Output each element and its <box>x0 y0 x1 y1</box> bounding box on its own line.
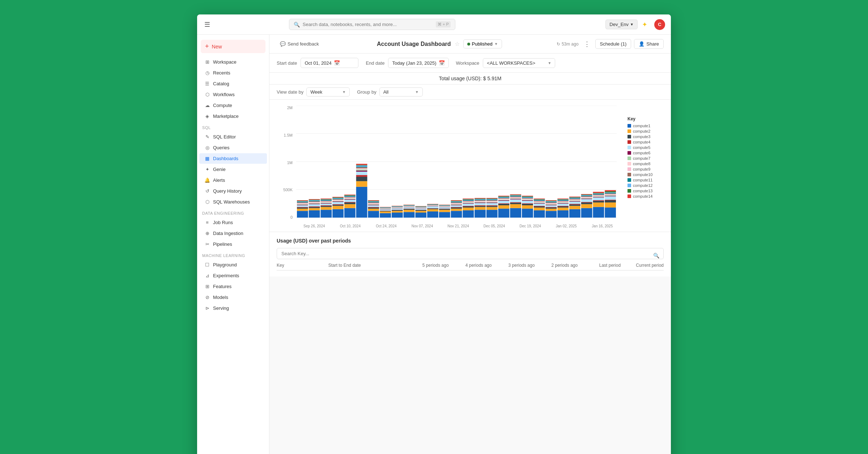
legend-label-compute13: compute13 <box>633 189 652 193</box>
svg-rect-100 <box>368 201 379 202</box>
sidebar-item-workflows[interactable]: ⬡ Workflows <box>199 89 267 100</box>
x-labels-container: Sep 26, 2024Oct 10, 2024Oct 24, 2024Nov … <box>296 224 620 228</box>
svg-rect-15 <box>297 202 308 203</box>
sidebar-item-experiments[interactable]: ⊿ Experiments <box>199 270 267 281</box>
sidebar-item-catalog[interactable]: ☰ Catalog <box>199 78 267 89</box>
content-area: 💬 Send feedback Account Usage Dashboard … <box>269 35 671 454</box>
svg-rect-75 <box>356 187 367 218</box>
usage-table-section: Usage (USD) over past periods 🔍 Key Star… <box>269 232 671 277</box>
start-date-group: Start date Oct 01, 2024 📅 <box>277 58 358 68</box>
svg-rect-26 <box>309 202 320 203</box>
sidebar-item-playground[interactable]: ☐ Playground <box>199 260 267 270</box>
star-button[interactable]: ☆ <box>455 40 460 47</box>
svg-rect-187 <box>451 211 462 218</box>
svg-rect-316 <box>557 206 569 206</box>
svg-rect-324 <box>557 200 569 200</box>
svg-rect-38 <box>320 203 332 204</box>
workspace-filter-label: Workspace <box>456 60 480 66</box>
svg-rect-335 <box>569 200 580 200</box>
start-date-picker[interactable]: Oct 01, 2024 📅 <box>301 58 358 68</box>
svg-rect-357 <box>593 201 604 203</box>
schedule-button[interactable]: Schedule (1) <box>595 39 631 49</box>
view-date-select[interactable]: Week ▼ <box>306 87 350 97</box>
search-table-icon: 🔍 <box>653 253 659 258</box>
playground-icon: ☐ <box>204 262 210 267</box>
svg-rect-119 <box>392 210 403 211</box>
new-button[interactable]: + New <box>201 40 265 53</box>
svg-rect-126 <box>392 207 403 207</box>
legend-color-compute1 <box>627 124 631 128</box>
sql-section-label: SQL <box>197 122 269 131</box>
hamburger-icon[interactable]: ☰ <box>203 19 212 30</box>
search-input[interactable] <box>303 22 433 27</box>
sidebar-item-queries[interactable]: ◎ Queries <box>199 142 267 153</box>
svg-rect-366 <box>593 193 604 194</box>
svg-rect-97 <box>368 203 379 204</box>
sidebar-item-serving[interactable]: ⊳ Serving <box>199 303 267 313</box>
sidebar-item-marketplace[interactable]: ◈ Marketplace <box>199 111 267 121</box>
svg-rect-88 <box>356 164 367 165</box>
sidebar-item-genie[interactable]: ✦ Genie <box>199 164 267 175</box>
svg-rect-84 <box>356 167 367 168</box>
svg-rect-331 <box>569 202 580 204</box>
sidebar-item-job-runs[interactable]: ≡ Job Runs <box>199 217 267 228</box>
sidebar-item-alerts[interactable]: 🔔 Alerts <box>199 175 267 185</box>
end-date-label: End date <box>366 60 384 66</box>
svg-rect-109 <box>380 209 391 209</box>
feedback-icon: 💬 <box>280 41 286 47</box>
svg-rect-142 <box>404 205 415 206</box>
svg-rect-323 <box>557 200 569 201</box>
sidebar-item-recents[interactable]: ◷ Recents <box>199 68 267 78</box>
favorites-icon[interactable]: ✦ <box>642 21 650 29</box>
legend-item-compute12: compute12 <box>627 183 664 188</box>
sidebar-item-dashboards[interactable]: ▦ Dashboards <box>199 153 267 164</box>
share-button[interactable]: 👤 Share <box>634 39 664 49</box>
workspace-filter-picker[interactable]: <ALL WORKSPACES> ▼ <box>483 58 555 68</box>
group-by-select[interactable]: All ▼ <box>379 87 423 97</box>
more-options-button[interactable]: ⋮ <box>582 39 592 49</box>
sidebar-label-alerts: Alerts <box>213 177 225 183</box>
svg-rect-172 <box>427 204 438 204</box>
sidebar-item-data-ingestion[interactable]: ⊕ Data Ingestion <box>199 228 267 239</box>
svg-rect-53 <box>332 201 344 202</box>
sidebar-item-query-history[interactable]: ↺ Query History <box>199 186 267 196</box>
svg-rect-333 <box>569 201 580 201</box>
svg-rect-355 <box>593 207 604 218</box>
svg-rect-59 <box>332 197 344 198</box>
sidebar-item-workspace[interactable]: ⊞ Workspace <box>199 57 267 67</box>
svg-rect-140 <box>404 206 415 206</box>
svg-rect-212 <box>463 200 474 200</box>
sidebar-item-features[interactable]: ⊞ Features <box>199 281 267 292</box>
svg-rect-214 <box>463 198 474 199</box>
legend-label-compute2: compute2 <box>633 129 650 133</box>
search-table-input[interactable] <box>277 248 664 259</box>
view-date-chevron-icon: ▼ <box>342 90 346 94</box>
sidebar-item-sql-editor[interactable]: ✎ SQL Editor <box>199 132 267 142</box>
sidebar-item-sql-warehouses[interactable]: ⬡ SQL Warehouses <box>199 197 267 207</box>
feedback-button[interactable]: 💬 Send feedback <box>277 39 322 48</box>
legend-item-compute1: compute1 <box>627 124 664 128</box>
svg-rect-184 <box>439 205 450 206</box>
svg-rect-205 <box>463 204 474 206</box>
svg-rect-375 <box>605 195 616 196</box>
svg-rect-278 <box>522 199 533 200</box>
sidebar-item-pipelines[interactable]: ✂ Pipelines <box>199 239 267 249</box>
feedback-label: Send feedback <box>288 41 319 47</box>
svg-rect-358 <box>593 200 604 201</box>
svg-rect-298 <box>534 198 545 199</box>
search-shortcut: ⌘ + P <box>436 21 451 27</box>
sidebar-item-models[interactable]: ⊘ Models <box>199 292 267 303</box>
sidebar-item-compute[interactable]: ☁ Compute <box>199 100 267 111</box>
legend-color-compute14 <box>627 194 631 198</box>
svg-rect-83 <box>356 168 367 169</box>
svg-rect-30 <box>309 200 320 201</box>
svg-rect-96 <box>368 204 379 204</box>
search-bar[interactable]: 🔍 ⌘ + P <box>289 19 455 30</box>
sidebar-label-pipelines: Pipelines <box>213 241 232 247</box>
end-date-picker[interactable]: Today (Jan 23, 2025) 📅 <box>388 58 448 68</box>
svg-rect-287 <box>534 206 545 207</box>
dev-env-button[interactable]: Dev_Env ▼ <box>605 20 638 29</box>
compute-icon: ☁ <box>204 103 210 108</box>
published-badge[interactable]: Published ▼ <box>463 39 502 48</box>
view-date-value: Week <box>310 89 322 95</box>
